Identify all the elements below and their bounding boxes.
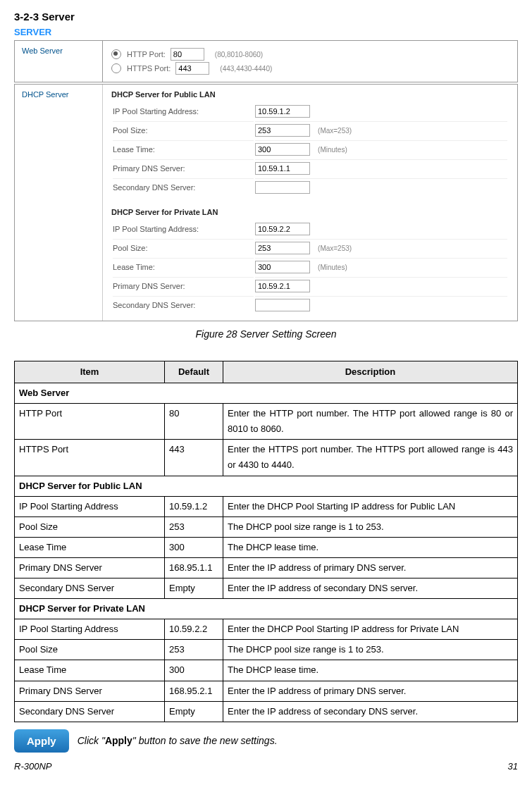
hint: (Minutes) — [318, 264, 347, 271]
description-table: Item Default Description Web Server HTTP… — [14, 361, 518, 722]
footer-right: 31 — [508, 761, 518, 772]
web-server-title: Web Server — [15, 41, 103, 82]
label: Primary DNS Server: — [113, 277, 254, 295]
table-row: IP Pool Starting Address10.59.1.2Enter t… — [15, 496, 518, 516]
https-port-label: HTTPS Port: — [127, 64, 171, 73]
label: Lease Time: — [113, 140, 254, 158]
dhcp-private-title: DHCP Server for Private LAN — [111, 208, 509, 216]
dhcp-public-table: IP Pool Starting Address: Pool Size: (Ma… — [111, 101, 509, 197]
https-port-input[interactable] — [175, 62, 209, 75]
hint: (Minutes) — [318, 146, 347, 154]
label: Pool Size: — [113, 121, 254, 139]
label: Secondary DNS Server: — [113, 296, 254, 314]
section-private: DHCP Server for Private LAN — [15, 599, 518, 619]
label: IP Pool Starting Address: — [113, 103, 254, 120]
table-row: Lease Time300The DHCP lease time. — [15, 660, 518, 681]
figure-caption: Figure 28 Server Setting Screen — [14, 328, 518, 340]
table-row: Secondary DNS ServerEmptyEnter the IP ad… — [15, 578, 518, 599]
label: Primary DNS Server: — [113, 159, 254, 177]
hint: (Max=253) — [318, 245, 352, 252]
section-public: DHCP Server for Public LAN — [15, 476, 518, 496]
table-row: IP Pool Starting Address10.59.2.2Enter t… — [15, 619, 518, 640]
table-row: Pool Size253The DHCP pool size range is … — [15, 516, 518, 537]
public-ip-input[interactable] — [255, 105, 310, 118]
https-radio[interactable] — [111, 63, 121, 73]
label: Secondary DNS Server: — [113, 178, 254, 196]
dhcp-private-table: IP Pool Starting Address: Pool Size: (Ma… — [111, 219, 509, 315]
th-item: Item — [15, 361, 165, 383]
private-ip-input[interactable] — [255, 223, 310, 235]
section-heading: 3-2-3 Server — [14, 11, 518, 23]
label: Pool Size: — [113, 239, 254, 256]
dhcp-title: DHCP Server — [15, 85, 103, 321]
public-pool-input[interactable] — [255, 124, 310, 137]
dhcp-panel: DHCP Server DHCP Server for Public LAN I… — [14, 84, 518, 321]
http-port-label: HTTP Port: — [127, 50, 166, 58]
table-row: Primary DNS Server168.95.1.1Enter the IP… — [15, 557, 518, 578]
table-row: Pool Size253The DHCP pool size range is … — [15, 640, 518, 660]
public-primary-input[interactable] — [255, 162, 310, 175]
table-row: Lease Time300The DHCP lease time. — [15, 537, 518, 557]
section-web: Web Server — [15, 383, 518, 404]
http-port-hint: (80,8010-8060) — [215, 51, 263, 58]
table-row: Secondary DNS ServerEmptyEnter the IP ad… — [15, 701, 518, 722]
apply-button[interactable]: Apply — [14, 729, 69, 753]
https-port-hint: (443,4430-4440) — [220, 65, 272, 73]
private-pool-input[interactable] — [255, 242, 310, 254]
th-description: Description — [223, 361, 518, 383]
footer-left: R-300NP — [14, 761, 51, 772]
public-lease-input[interactable] — [255, 143, 310, 156]
http-radio[interactable] — [111, 49, 121, 59]
hint: (Max=253) — [318, 127, 352, 135]
table-row: HTTPS Port443Enter the HTTPS port number… — [15, 440, 518, 476]
table-row: HTTP Port80Enter the HTTP port number. T… — [15, 404, 518, 440]
label: Lease Time: — [113, 258, 254, 276]
page-footer: R-300NP 31 — [14, 761, 518, 772]
th-default: Default — [165, 361, 223, 383]
http-port-input[interactable] — [171, 48, 204, 61]
apply-text: Click "Apply" button to save the new set… — [78, 735, 278, 746]
server-subheading: SERVER — [14, 27, 518, 37]
private-primary-input[interactable] — [255, 280, 310, 292]
private-lease-input[interactable] — [255, 261, 310, 273]
table-row: Primary DNS Server168.95.2.1Enter the IP… — [15, 681, 518, 701]
public-secondary-input[interactable] — [255, 181, 310, 194]
private-secondary-input[interactable] — [255, 299, 310, 311]
web-server-panel: Web Server HTTP Port: (80,8010-8060) HTT… — [14, 40, 518, 82]
label: IP Pool Starting Address: — [113, 221, 254, 237]
dhcp-public-title: DHCP Server for Public LAN — [111, 90, 509, 99]
